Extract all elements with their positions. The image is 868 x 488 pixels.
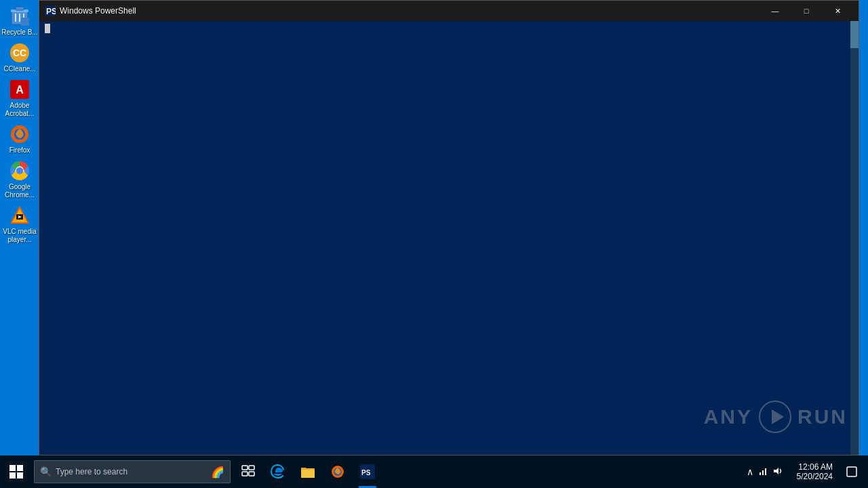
powershell-content[interactable] — [39, 21, 859, 455]
anyrun-watermark: ANY RUN — [704, 400, 848, 434]
notification-icon — [846, 466, 857, 477]
ccleaner-icon: CC — [9, 42, 31, 64]
system-clock[interactable]: 12:06 AM 5/20/2024 — [791, 462, 838, 481]
powershell-title: Windows PowerShell — [60, 6, 760, 16]
volume-icon[interactable] — [772, 466, 783, 479]
svg-rect-29 — [242, 466, 248, 470]
svg-rect-30 — [249, 466, 254, 470]
svg-marker-42 — [774, 468, 778, 474]
svg-rect-25 — [9, 465, 16, 471]
svg-rect-41 — [765, 468, 766, 475]
desktop-icon-firefox[interactable]: Firefox — [1, 123, 38, 155]
taskbar-system-tray: ∧ 12: — [741, 455, 868, 488]
show-hidden-icons-button[interactable]: ∧ — [747, 466, 753, 477]
desktop-icon-vlc[interactable]: VLC media player... — [1, 205, 38, 244]
adobe-acrobat-icon: A — [9, 79, 31, 100]
desktop: Recycle B... CC CCleane... A Adobe Acrob… — [0, 0, 868, 488]
desktop-icon-adobe[interactable]: A Adobe Acrobat... — [1, 79, 38, 118]
svg-point-16 — [16, 167, 23, 174]
taskbar-apps: PS — [231, 455, 741, 488]
desktop-icons-area: Recycle B... CC CCleane... A Adobe Acrob… — [0, 0, 39, 454]
taskbar-edge[interactable] — [263, 455, 293, 488]
svg-rect-26 — [17, 465, 23, 471]
powershell-window: PS Windows PowerShell — □ ✕ — [39, 0, 859, 455]
system-tray-icons: ∧ — [741, 466, 789, 479]
powershell-titlebar: PS Windows PowerShell — □ ✕ — [39, 1, 859, 21]
svg-rect-40 — [762, 470, 764, 475]
notification-center-button[interactable] — [841, 455, 863, 488]
powershell-scrollbar-thumb[interactable] — [850, 21, 859, 48]
clock-date: 5/20/2024 — [797, 472, 833, 481]
taskbar-firefox[interactable] — [323, 455, 353, 488]
edge-taskbar-icon — [270, 464, 286, 480]
maximize-button[interactable]: □ — [791, 1, 822, 21]
firefox-label: Firefox — [9, 146, 31, 155]
vlc-icon — [9, 205, 31, 226]
adobe-label: Adobe Acrobat... — [1, 102, 38, 118]
powershell-scrollbar[interactable] — [850, 21, 859, 455]
powershell-titlebar-icon: PS — [45, 5, 56, 16]
search-decoration-icon: 🌈 — [211, 466, 224, 479]
svg-rect-6 — [21, 18, 29, 26]
svg-text:A: A — [16, 84, 24, 96]
chrome-icon — [9, 160, 31, 182]
recycle-bin-icon — [9, 5, 31, 27]
chrome-label: Google Chrome... — [1, 183, 38, 199]
desktop-icon-ccleaner[interactable]: CC CCleane... — [1, 42, 38, 73]
clock-time: 12:06 AM — [798, 462, 833, 472]
anyrun-text: ANY — [704, 405, 753, 428]
taskbar: 🔍 Type here to search 🌈 — [0, 455, 868, 488]
titlebar-controls: — □ ✕ — [760, 1, 853, 21]
taskbar-search-box[interactable]: 🔍 Type here to search 🌈 — [34, 460, 231, 483]
start-button[interactable] — [0, 455, 33, 488]
network-icon[interactable] — [757, 466, 768, 479]
desktop-icon-recycle-bin[interactable]: Recycle B... — [1, 5, 38, 37]
taskbar-task-view[interactable] — [233, 455, 263, 488]
svg-rect-28 — [17, 472, 23, 479]
svg-rect-2 — [16, 7, 24, 10]
ps-cursor — [45, 24, 50, 33]
windows-logo-icon — [9, 465, 23, 479]
taskbar-file-explorer[interactable] — [293, 455, 323, 488]
svg-rect-31 — [242, 472, 248, 476]
file-explorer-icon — [300, 464, 316, 480]
minimize-button[interactable]: — — [760, 1, 791, 21]
svg-rect-32 — [249, 472, 254, 476]
recycle-bin-label: Recycle B... — [1, 28, 37, 37]
ccleaner-label: CCleane... — [3, 65, 35, 73]
taskbar-powershell[interactable]: PS — [353, 455, 382, 488]
search-placeholder-text: Type here to search — [56, 467, 127, 476]
powershell-taskbar-icon: PS — [359, 464, 376, 480]
svg-rect-34 — [301, 470, 315, 478]
close-button[interactable]: ✕ — [822, 1, 853, 21]
search-icon: 🔍 — [40, 466, 52, 477]
anyrun-logo-icon — [758, 400, 792, 434]
desktop-icon-chrome[interactable]: Google Chrome... — [1, 160, 38, 199]
svg-text:PS: PS — [46, 7, 56, 16]
anyrun-run-text: RUN — [797, 405, 848, 428]
svg-rect-43 — [847, 467, 856, 476]
vlc-label: VLC media player... — [1, 228, 38, 244]
svg-text:CC: CC — [13, 47, 26, 58]
svg-marker-24 — [772, 409, 784, 424]
firefox-taskbar-icon — [330, 464, 346, 480]
task-view-icon — [240, 464, 256, 480]
svg-rect-39 — [760, 472, 761, 475]
svg-rect-27 — [9, 472, 16, 479]
firefox-icon — [9, 123, 31, 145]
svg-text:PS: PS — [361, 469, 371, 476]
